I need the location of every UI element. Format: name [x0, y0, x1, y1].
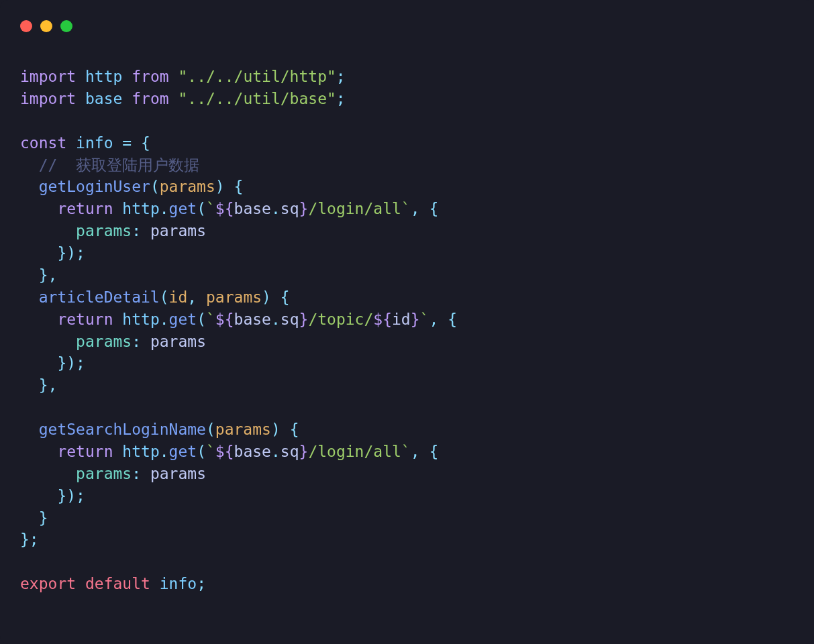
brace: { — [234, 178, 244, 195]
close-button[interactable] — [20, 20, 32, 32]
parameter: params — [215, 421, 271, 438]
template-string: /login/all — [308, 443, 401, 460]
backtick: ` — [420, 311, 429, 328]
punctuation: }); — [57, 487, 85, 504]
colon: : — [132, 222, 141, 239]
template-string: /login/all — [308, 200, 401, 217]
property-key: params — [76, 465, 132, 482]
identifier: http — [122, 443, 159, 460]
paren: ( — [197, 443, 206, 460]
maximize-button[interactable] — [60, 20, 72, 32]
code-line: const info = { — [20, 134, 150, 152]
operator: = — [122, 134, 132, 152]
property-key: params — [76, 333, 132, 350]
property: sq — [281, 200, 299, 217]
backtick: ` — [206, 200, 215, 217]
minimize-button[interactable] — [40, 20, 52, 32]
parameter: params — [160, 178, 215, 195]
backtick: ` — [401, 200, 411, 217]
window-titlebar — [0, 0, 814, 32]
template-string: /topic/ — [308, 311, 373, 328]
punctuation: }); — [57, 244, 85, 262]
property-key: params — [76, 222, 132, 239]
identifier: info — [76, 134, 113, 152]
keyword-default: default — [85, 575, 150, 592]
dot: . — [160, 311, 169, 328]
colon: : — [132, 333, 141, 350]
paren: ) — [271, 421, 281, 438]
code-line: }); — [20, 354, 85, 372]
comma: , — [429, 311, 438, 328]
property: sq — [281, 311, 299, 328]
string-literal: "../../util/http" — [178, 68, 336, 85]
paren: ) — [215, 178, 225, 195]
dot: . — [271, 311, 281, 328]
code-line: params: params — [20, 465, 206, 482]
identifier: params — [150, 465, 206, 482]
brace: { — [448, 311, 457, 328]
template-close: } — [411, 311, 420, 328]
template-close: } — [299, 443, 309, 460]
paren: ( — [150, 178, 160, 195]
method-call: get — [169, 443, 197, 460]
method-call: get — [169, 200, 197, 217]
method-call: get — [169, 311, 197, 328]
identifier: base — [85, 90, 122, 107]
code-area[interactable]: import http from "../../util/http"; impo… — [0, 32, 814, 615]
method-name: getLoginUser — [39, 178, 150, 195]
keyword-return: return — [57, 200, 113, 217]
paren: ) — [262, 288, 271, 306]
backtick: ` — [206, 311, 215, 328]
template-open: ${ — [215, 200, 234, 217]
colon: : — [132, 465, 141, 482]
punctuation: ; — [336, 90, 346, 107]
code-line: return http.get(`${base.sq}/login/all`, … — [20, 443, 438, 460]
punctuation: }); — [57, 354, 85, 372]
code-line: return http.get(`${base.sq}/login/all`, … — [20, 200, 438, 217]
paren: ( — [197, 311, 206, 328]
identifier: http — [85, 68, 122, 85]
code-line: }; — [20, 531, 39, 548]
code-line: import base from "../../util/base"; — [20, 90, 346, 107]
keyword-import: import — [20, 68, 76, 85]
identifier: base — [234, 200, 271, 217]
keyword-from: from — [132, 68, 168, 85]
keyword-return: return — [57, 443, 113, 460]
backtick: ` — [206, 443, 215, 460]
code-line: } — [20, 509, 48, 527]
punctuation: ; — [336, 68, 346, 85]
template-open: ${ — [215, 443, 234, 460]
comment: // 获取登陆用户数据 — [39, 156, 199, 174]
template-close: } — [299, 200, 309, 217]
dot: . — [160, 443, 169, 460]
code-line: }); — [20, 244, 85, 262]
identifier: base — [234, 311, 271, 328]
comma: , — [411, 200, 420, 217]
keyword-from: from — [132, 90, 168, 107]
code-line: // 获取登陆用户数据 — [20, 156, 199, 174]
code-line: }); — [20, 487, 85, 504]
punctuation: }, — [39, 266, 58, 284]
string-literal: "../../util/base" — [178, 90, 336, 107]
identifier: params — [150, 222, 206, 239]
punctuation: }, — [39, 376, 58, 394]
keyword-const: const — [20, 134, 66, 152]
paren: ( — [160, 288, 169, 306]
paren: ( — [206, 421, 215, 438]
semicolon: ; — [197, 575, 206, 592]
brace: { — [281, 288, 290, 306]
identifier: http — [122, 311, 159, 328]
template-close: } — [299, 311, 309, 328]
identifier: base — [234, 443, 271, 460]
code-line: return http.get(`${base.sq}/topic/${id}`… — [20, 311, 457, 328]
keyword-return: return — [57, 311, 113, 328]
code-line: params: params — [20, 222, 206, 239]
code-line: getLoginUser(params) { — [20, 178, 243, 195]
dot: . — [271, 200, 281, 217]
brace: { — [429, 443, 438, 460]
template-open: ${ — [373, 311, 392, 328]
keyword-export: export — [20, 575, 76, 592]
identifier: info — [160, 575, 197, 592]
code-line: articleDetail(id, params) { — [20, 288, 290, 306]
code-editor-window: import http from "../../util/http"; impo… — [0, 0, 814, 644]
